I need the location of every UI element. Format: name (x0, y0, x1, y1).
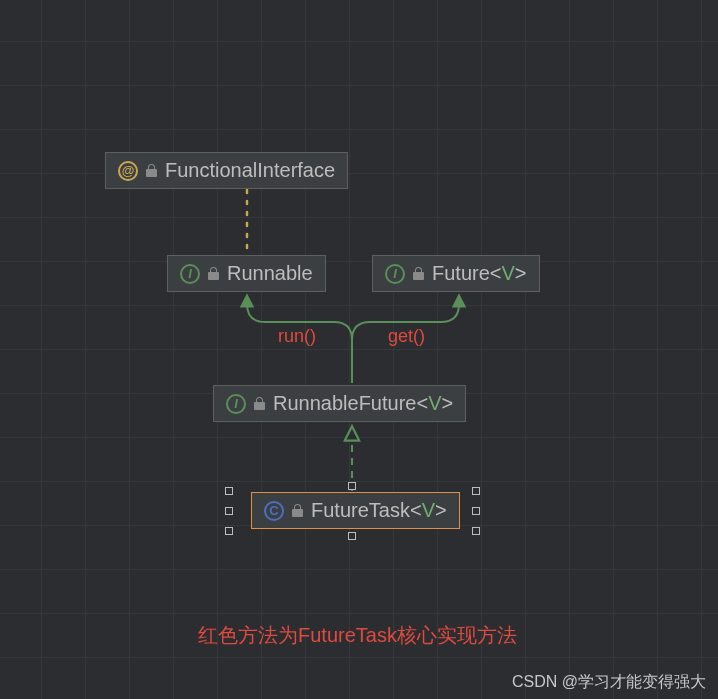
annotation-icon: @ (118, 161, 138, 181)
background-grid (0, 0, 718, 699)
label-get: get() (388, 326, 425, 347)
lock-icon (292, 504, 303, 517)
lock-icon (413, 267, 424, 280)
selection-handle[interactable] (225, 487, 233, 495)
class-icon: C (264, 501, 284, 521)
selection-handle[interactable] (472, 527, 480, 535)
lock-icon (254, 397, 265, 410)
selection-handle[interactable] (348, 482, 356, 490)
selection-handle[interactable] (225, 507, 233, 515)
lock-icon (208, 267, 219, 280)
interface-icon: I (180, 264, 200, 284)
node-label: FunctionalInterface (165, 159, 335, 182)
selection-handle[interactable] (472, 487, 480, 495)
node-label: FutureTask<V> (311, 499, 447, 522)
node-label: Runnable (227, 262, 313, 285)
interface-icon: I (226, 394, 246, 414)
node-label: RunnableFuture<V> (273, 392, 453, 415)
selection-handle[interactable] (225, 527, 233, 535)
caption-text: 红色方法为FutureTask核心实现方法 (198, 622, 517, 649)
node-future-task[interactable]: C FutureTask<V> (251, 492, 460, 529)
watermark: CSDN @学习才能变得强大 (512, 672, 706, 693)
lock-icon (146, 164, 157, 177)
node-future[interactable]: I Future<V> (372, 255, 540, 292)
node-runnable-future[interactable]: I RunnableFuture<V> (213, 385, 466, 422)
node-label: Future<V> (432, 262, 527, 285)
node-runnable[interactable]: I Runnable (167, 255, 326, 292)
selection-handle[interactable] (472, 507, 480, 515)
selection-handle[interactable] (348, 532, 356, 540)
label-run: run() (278, 326, 316, 347)
node-functional-interface[interactable]: @ FunctionalInterface (105, 152, 348, 189)
interface-icon: I (385, 264, 405, 284)
